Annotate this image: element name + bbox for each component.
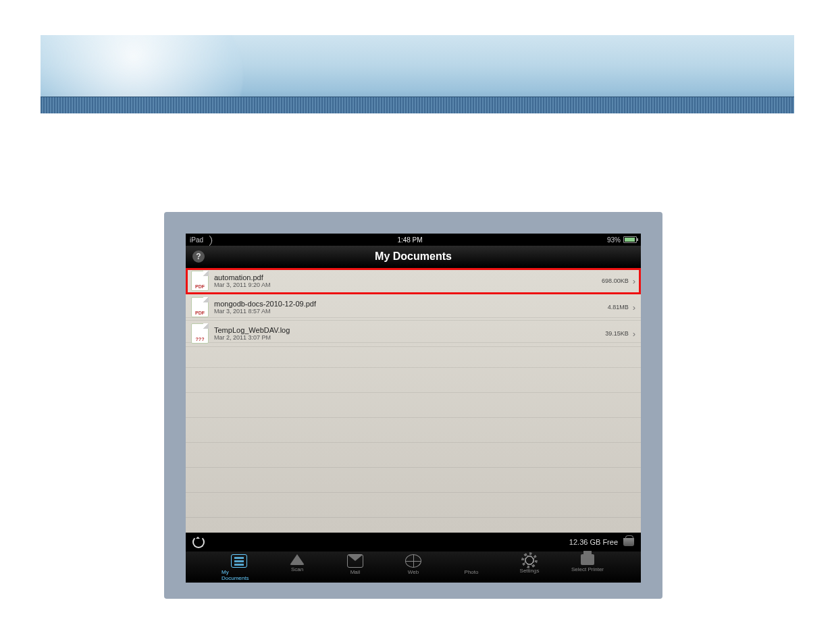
page-header-banner [41, 35, 794, 113]
file-date: Mar 3, 2011 8:57 AM [214, 308, 316, 315]
tab-label: Scan [291, 566, 303, 572]
tab-scan[interactable]: Scan [280, 554, 315, 583]
file-date: Mar 3, 2011 9:20 AM [214, 281, 271, 288]
file-name: automation.pdf [214, 273, 271, 281]
settings-icon [523, 554, 536, 566]
storage-icon [623, 538, 634, 546]
free-space-label: 12.36 GB Free [569, 538, 618, 546]
chevron-right-icon: › [633, 302, 635, 313]
tab-label: Select Printer [571, 566, 604, 572]
tab-label: Mail [350, 569, 361, 575]
tab-label: Photo [465, 569, 479, 575]
tab-settings[interactable]: Settings [512, 554, 547, 583]
tab-label: Web [408, 569, 419, 575]
ipad-photo-frame: iPad 1:48 PM 93% ? My Documents PDFautom… [164, 212, 662, 599]
tab-label: Settings [520, 568, 540, 574]
chevron-right-icon: › [633, 276, 635, 286]
battery-percent: 93% [607, 236, 621, 244]
file-date: Mar 2, 2011 3:07 PM [214, 334, 290, 341]
ipad-screen: iPad 1:48 PM 93% ? My Documents PDFautom… [186, 234, 641, 583]
tab-bar: My DocumentsScanMailWebPhotoSettingsSele… [186, 552, 641, 583]
battery-icon [623, 236, 637, 243]
status-bar: iPad 1:48 PM 93% [186, 234, 641, 246]
file-icon: PDF [191, 297, 209, 317]
file-icon: ??? [191, 323, 209, 344]
tab-printer[interactable]: Select Printer [570, 554, 605, 583]
tab-web[interactable]: Web [396, 554, 431, 583]
file-size: 39.15KB [605, 330, 629, 337]
web-icon [405, 554, 421, 568]
device-label: iPad [190, 236, 203, 244]
printer-icon [581, 554, 594, 565]
wifi-icon [206, 237, 213, 242]
banner-strip [41, 97, 794, 113]
file-type-tag: ??? [196, 337, 205, 342]
page-title: My Documents [205, 250, 622, 263]
bottom-bar: 12.36 GB Free [186, 533, 641, 552]
status-time: 1:48 PM [213, 236, 607, 244]
file-row[interactable]: PDFautomation.pdfMar 3, 2011 9:20 AM698.… [186, 268, 641, 294]
file-size: 4.81MB [608, 304, 629, 311]
help-button[interactable]: ? [192, 250, 205, 263]
mail-icon [347, 554, 363, 568]
tab-photo[interactable]: Photo [454, 554, 489, 583]
file-row[interactable]: ???TempLog_WebDAV.logMar 2, 2011 3:07 PM… [186, 321, 641, 347]
file-icon: PDF [191, 271, 209, 291]
file-type-tag: PDF [195, 284, 205, 289]
tab-mail[interactable]: Mail [338, 554, 373, 583]
tab-docs[interactable]: My Documents [221, 554, 257, 583]
nav-bar: ? My Documents [186, 246, 641, 268]
file-size: 698.00KB [602, 277, 629, 284]
file-name: TempLog_WebDAV.log [214, 326, 290, 334]
refresh-button[interactable] [192, 536, 205, 548]
file-name: mongodb-docs-2010-12-09.pdf [214, 300, 316, 308]
tab-label: My Documents [221, 569, 257, 581]
docs-icon [231, 554, 247, 568]
file-list[interactable]: PDFautomation.pdfMar 3, 2011 9:20 AM698.… [186, 268, 641, 533]
file-row[interactable]: PDFmongodb-docs-2010-12-09.pdfMar 3, 201… [186, 294, 641, 321]
document-page: iPad 1:48 PM 93% ? My Documents PDFautom… [0, 0, 834, 644]
scan-icon [290, 554, 305, 565]
chevron-right-icon: › [633, 329, 635, 339]
file-type-tag: PDF [195, 311, 205, 315]
